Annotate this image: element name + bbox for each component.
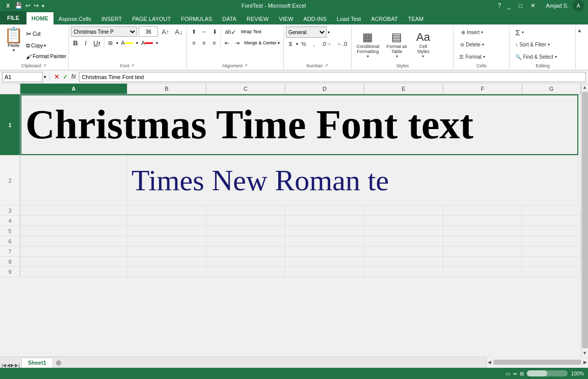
clipboard-expand-icon[interactable]: ↗ (42, 63, 47, 68)
cell-B8[interactable] (127, 257, 206, 266)
underline-btn[interactable]: U ▾ (91, 38, 102, 47)
scroll-up-btn[interactable]: ▲ (581, 84, 589, 91)
col-header-F[interactable]: F (443, 84, 522, 94)
page-break-view-btn[interactable]: ⊞ (520, 371, 524, 376)
cell-A8[interactable] (20, 257, 127, 266)
tab-review[interactable]: REVIEW (242, 13, 274, 24)
cell-D3[interactable] (285, 206, 364, 215)
cell-B3[interactable] (127, 206, 206, 215)
bold-btn[interactable]: B (71, 38, 80, 47)
cell-D4[interactable] (285, 216, 364, 225)
merge-center-btn[interactable]: Merge & Center ▾ (243, 40, 281, 46)
cell-D9[interactable] (285, 267, 364, 276)
format-btn[interactable]: ☰ Format ▾ (456, 52, 489, 63)
cell-D6[interactable] (285, 236, 364, 246)
formula-input[interactable] (79, 72, 586, 82)
cell-E3[interactable] (364, 206, 443, 215)
row-number-9[interactable]: 9 (0, 267, 20, 276)
insert-btn[interactable]: ⊕ Insert ▾ (458, 27, 487, 38)
increase-font-btn[interactable]: A↑ (159, 27, 171, 36)
sort-filter-btn[interactable]: ↕ Sort & Filter ▾ (512, 39, 560, 50)
conditional-formatting-btn[interactable]: ▦ Conditional Formatting ▾ (354, 27, 382, 63)
tab-formulas[interactable]: FORMULAS (176, 13, 217, 24)
cell-A2[interactable] (20, 156, 127, 205)
row-number-4[interactable]: 4 (0, 216, 20, 225)
cell-G3[interactable] (522, 206, 581, 215)
row-number-3[interactable]: 3 (0, 206, 20, 215)
increase-decimal-btn[interactable]: .0→ (319, 39, 334, 48)
tab-add-ins[interactable]: ADD-INS (299, 13, 332, 24)
tab-data[interactable]: DATA (217, 13, 242, 24)
horizontal-scrollbar[interactable]: ◀ ▶ (486, 357, 588, 368)
number-format-arrow[interactable]: ▾ (328, 30, 330, 35)
scroll-right-btn[interactable]: ▶ (582, 360, 588, 365)
font-color-btn[interactable]: A (139, 38, 155, 47)
minimize-btn[interactable]: _ (505, 2, 513, 9)
add-sheet-btn[interactable]: ⊕ (53, 358, 64, 368)
cell-A1[interactable]: Christmas Time Font text (20, 94, 578, 155)
cell-B6[interactable] (127, 236, 206, 246)
cell-A4[interactable] (20, 216, 127, 225)
align-top-btn[interactable]: ⬆ (189, 27, 198, 36)
cell-F8[interactable] (443, 257, 522, 266)
formula-cancel-btn[interactable]: ✕ (53, 73, 61, 81)
vertical-scrollbar[interactable]: ▲ ▼ (581, 84, 588, 357)
text-orient-btn[interactable]: ab↙ (223, 27, 237, 36)
format-as-table-btn[interactable]: ▤ Format as Table ▾ (384, 27, 410, 63)
cell-A7[interactable] (20, 246, 127, 256)
currency-btn[interactable]: $ (286, 39, 295, 48)
comma-btn[interactable]: , (309, 39, 318, 48)
quick-access-save[interactable]: 💾 (15, 2, 22, 9)
help-icon[interactable]: ? (498, 2, 501, 9)
tab-load-test[interactable]: Load Test (332, 13, 366, 24)
cell-reference-box[interactable] (2, 72, 43, 82)
delete-btn[interactable]: ⊖ Delete ▾ (457, 39, 488, 50)
cell-F3[interactable] (443, 206, 522, 215)
tab-view[interactable]: VIEW (274, 13, 298, 24)
cell-D7[interactable] (285, 246, 364, 256)
align-bottom-btn[interactable]: ⬇ (210, 27, 219, 36)
align-right-btn[interactable]: ≡ (209, 38, 219, 47)
autosum-btn[interactable]: Σ ▾ (512, 27, 560, 38)
cell-G9[interactable] (522, 267, 581, 276)
cell-G5[interactable] (522, 226, 581, 236)
fill-color-btn[interactable]: A (119, 38, 135, 47)
cell-ref-dropdown[interactable]: ▾ (44, 74, 46, 80)
font-size-input[interactable] (139, 27, 158, 37)
row-number-2[interactable]: 2 (0, 156, 20, 205)
format-painter-button[interactable]: 🖌 Format Painter (26, 54, 66, 60)
row-number-6[interactable]: 6 (0, 236, 20, 246)
quick-access-undo[interactable]: ↩ (25, 2, 31, 9)
paste-button[interactable]: 📋 Paste ▾ (2, 27, 25, 63)
row-number-5[interactable]: 5 (0, 226, 20, 236)
cell-E7[interactable] (364, 246, 443, 256)
cell-F4[interactable] (443, 216, 522, 225)
cell-G4[interactable] (522, 216, 581, 225)
cell-E6[interactable] (364, 236, 443, 246)
border-btn[interactable]: ⊞ (106, 38, 115, 47)
cell-C5[interactable] (206, 226, 285, 236)
cell-E5[interactable] (364, 226, 443, 236)
cell-G6[interactable] (522, 236, 581, 246)
row-number-1[interactable]: 1 (0, 94, 20, 155)
copy-button[interactable]: ⧉ Copy ▾ (26, 42, 66, 49)
tab-file[interactable]: FILE (0, 11, 26, 24)
alignment-expand-icon[interactable]: ↗ (244, 63, 249, 68)
cell-C6[interactable] (206, 236, 285, 246)
cell-A3[interactable] (20, 206, 127, 215)
col-header-D[interactable]: D (285, 84, 364, 94)
cut-button[interactable]: ✂ Cut (26, 30, 66, 38)
col-header-C[interactable]: C (206, 84, 285, 94)
cell-A9[interactable] (20, 267, 127, 276)
find-select-btn[interactable]: 🔍 Find & Select ▾ (512, 52, 560, 63)
decrease-font-btn[interactable]: A↓ (173, 27, 184, 36)
cell-E9[interactable] (364, 267, 443, 276)
cell-F5[interactable] (443, 226, 522, 236)
decrease-decimal-btn[interactable]: ←.0 (335, 39, 349, 48)
tab-page-layout[interactable]: PAGE LAYOUT (127, 13, 176, 24)
ribbon-collapse-btn[interactable]: ▲ (576, 26, 583, 69)
scroll-left-btn[interactable]: ◀ (487, 360, 492, 365)
align-left-btn[interactable]: ≡ (189, 38, 198, 47)
cell-B2[interactable]: Times New Roman te (127, 156, 578, 205)
normal-view-btn[interactable]: ▭ (505, 371, 510, 376)
